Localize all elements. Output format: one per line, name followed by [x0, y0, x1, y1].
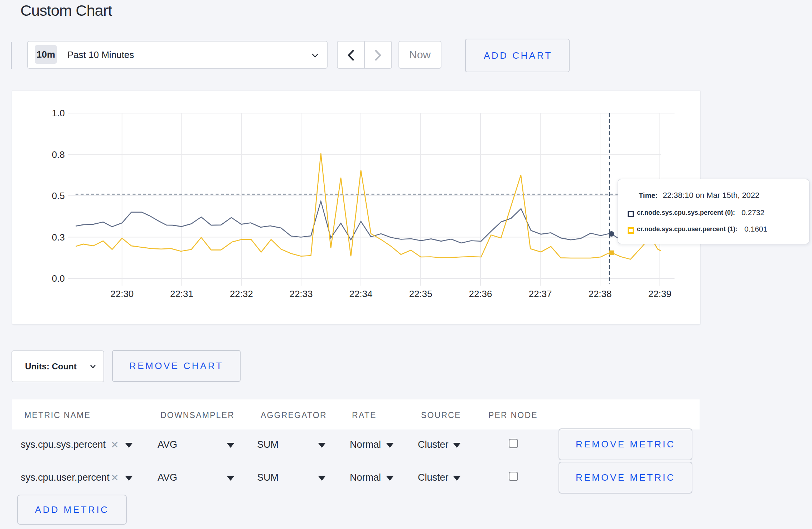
svg-text:22:37: 22:37	[528, 288, 552, 299]
svg-text:22:35: 22:35	[409, 288, 432, 299]
svg-text:22:30: 22:30	[110, 288, 134, 299]
svg-text:0.5: 0.5	[52, 190, 65, 201]
svg-text:22:31: 22:31	[170, 288, 193, 299]
svg-text:0.0: 0.0	[52, 273, 65, 284]
svg-text:1.0: 1.0	[52, 108, 65, 118]
svg-text:0.3: 0.3	[52, 232, 65, 243]
svg-text:22:39: 22:39	[648, 288, 671, 299]
svg-text:22:33: 22:33	[289, 288, 313, 299]
svg-text:22:36: 22:36	[469, 288, 492, 299]
svg-text:0.8: 0.8	[52, 149, 65, 160]
svg-text:22:32: 22:32	[230, 288, 253, 299]
svg-text:22:38: 22:38	[588, 288, 612, 299]
svg-text:22:34: 22:34	[349, 288, 372, 299]
